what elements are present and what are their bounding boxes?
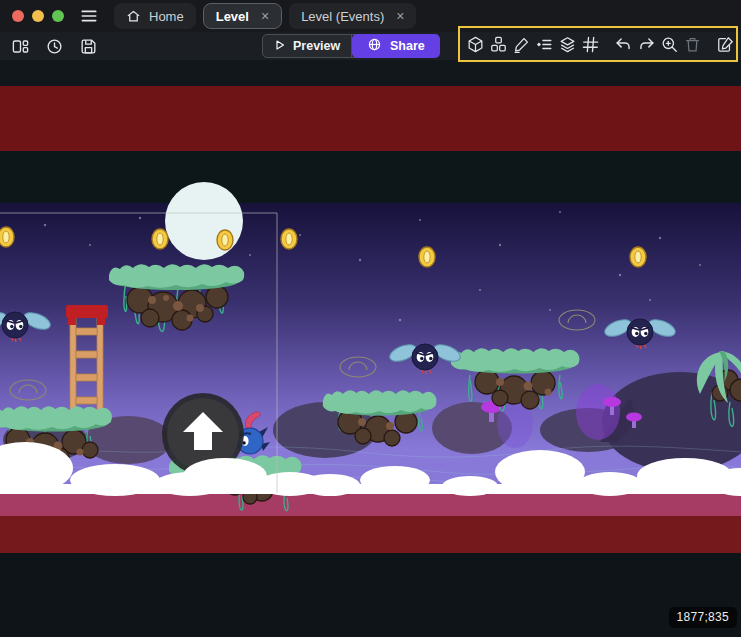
background-bands bbox=[0, 60, 741, 637]
zoom-in-icon[interactable] bbox=[660, 34, 679, 55]
highlighted-tool-group bbox=[458, 26, 738, 62]
pink-ground-band bbox=[0, 493, 741, 516]
tab-home-label: Home bbox=[149, 9, 184, 24]
toolbar-left-tools bbox=[11, 37, 98, 56]
instances-list-icon[interactable] bbox=[535, 34, 554, 55]
edit-events-icon[interactable] bbox=[716, 34, 735, 55]
preview-button-main[interactable]: Preview bbox=[263, 35, 351, 57]
coin[interactable] bbox=[419, 247, 435, 267]
moon[interactable] bbox=[165, 182, 243, 260]
tab-level-events-close-icon[interactable]: × bbox=[396, 8, 404, 24]
share-button-label: Share bbox=[390, 39, 425, 53]
home-icon bbox=[126, 9, 141, 24]
traffic-lights bbox=[12, 10, 64, 22]
play-icon bbox=[274, 39, 286, 54]
redo-icon[interactable] bbox=[637, 34, 656, 55]
top-red-band bbox=[0, 86, 741, 151]
history-icon[interactable] bbox=[45, 37, 64, 56]
scene-canvas[interactable] bbox=[0, 60, 741, 637]
tab-level-label: Level bbox=[216, 9, 249, 24]
tab-level[interactable]: Level × bbox=[203, 3, 282, 29]
tab-level-events[interactable]: Level (Events) × bbox=[289, 3, 416, 29]
ladder-top bbox=[66, 305, 108, 318]
delete-icon[interactable] bbox=[683, 34, 702, 55]
red-ground-band bbox=[0, 516, 741, 553]
tab-home[interactable]: Home bbox=[114, 3, 196, 29]
share-button[interactable]: Share bbox=[352, 34, 440, 58]
close-window-button[interactable] bbox=[12, 10, 24, 22]
coin[interactable] bbox=[0, 227, 14, 247]
app-window: Home Level × Level (Events) × bbox=[0, 0, 741, 637]
coin[interactable] bbox=[630, 247, 646, 267]
coin[interactable] bbox=[217, 230, 233, 250]
objects-editor-icon[interactable] bbox=[466, 34, 485, 55]
preview-button-label: Preview bbox=[293, 39, 340, 53]
zoom-window-button[interactable] bbox=[52, 10, 64, 22]
project-manager-icon[interactable] bbox=[11, 37, 30, 56]
tab-level-events-label: Level (Events) bbox=[301, 9, 384, 24]
cursor-coordinates-badge: 1877;835 bbox=[669, 607, 737, 628]
save-icon[interactable] bbox=[79, 37, 98, 56]
globe-icon bbox=[367, 37, 382, 55]
object-groups-icon[interactable] bbox=[489, 34, 508, 55]
tab-level-close-icon[interactable]: × bbox=[261, 8, 269, 24]
grid-icon[interactable] bbox=[581, 34, 600, 55]
tab-bar: Home Level × Level (Events) × bbox=[114, 3, 416, 29]
menu-icon[interactable] bbox=[79, 6, 99, 26]
undo-icon[interactable] bbox=[614, 34, 633, 55]
edit-properties-icon[interactable] bbox=[512, 34, 531, 55]
minimize-window-button[interactable] bbox=[32, 10, 44, 22]
coin[interactable] bbox=[152, 229, 168, 249]
layers-icon[interactable] bbox=[558, 34, 577, 55]
coin[interactable] bbox=[281, 229, 297, 249]
